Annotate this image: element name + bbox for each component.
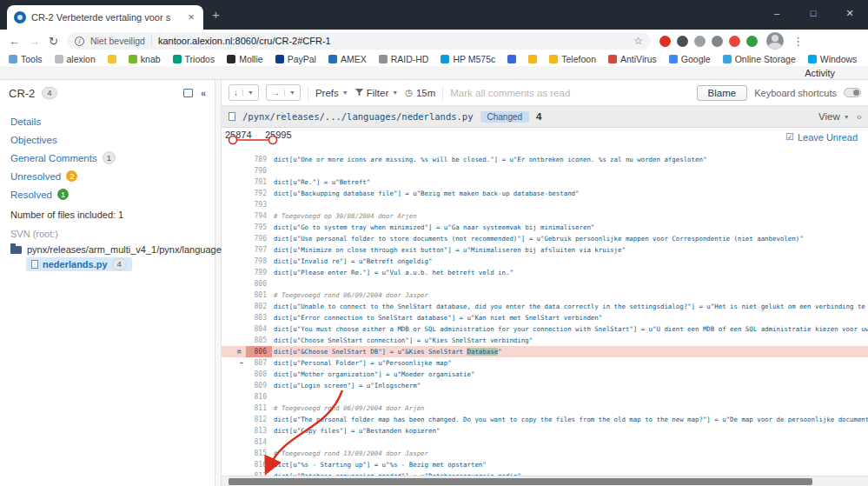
activity-link[interactable]: Activity [805,68,835,78]
revision-from[interactable]: 25874 [225,130,252,140]
diff-line[interactable]: 802dict[u"Unable to connect to the SnelS… [222,301,868,312]
timer-button[interactable]: ◷ 15m [405,88,435,98]
mark-all-read-button[interactable]: Mark all comments as read [450,88,570,98]
diff-line[interactable]: 805dict[u"Choose SnelStart connection"] … [222,335,868,346]
bookmark-star-icon[interactable]: ☆ [633,35,643,47]
file-path[interactable]: /pynx/releases/.../languages/nederlands.… [242,111,474,122]
new-tab-button[interactable]: + [212,7,220,22]
chevron-down-icon[interactable]: ▼ [242,90,258,96]
tab-close-icon[interactable]: ✕ [186,11,196,23]
diff-line[interactable]: 791dict[u"Re."] = u"Betreft" [222,176,868,188]
diff-line[interactable]: 812dict[u"The personal folder map has be… [222,414,868,425]
extension-icon[interactable] [659,36,671,47]
chevron-down-icon[interactable]: ▼ [284,90,300,96]
bookmark-item[interactable]: Triodos [173,54,215,64]
reload-icon[interactable]: ↻ [49,35,58,48]
filter-button[interactable]: Filter ▼ [355,88,399,98]
tree-folder-row[interactable]: pynx/releases/arm_multi_v4_1/pynx/langua… [0,241,215,255]
diff-line[interactable]: 797dict[u"Minimize on close through exit… [222,244,868,256]
diff-line[interactable]: 790 [222,165,868,176]
diff-line[interactable]: 794# Toegevoegd op 30/08/2004 door Arjen [222,210,868,222]
extension-icon[interactable] [729,36,740,47]
bookmark-item[interactable]: alexion [55,54,96,64]
bookmark-item[interactable]: AntiVirus [608,54,657,64]
profile-avatar[interactable] [766,32,784,50]
back-icon[interactable]: ← [9,35,20,48]
diff-line[interactable]: 789dict[u"One or more icons are missing.… [222,154,868,165]
diff-line[interactable]: 795dict[u"Go to system tray when minimiz… [222,222,868,233]
diff-line[interactable]: 800 [222,278,868,290]
bookmark-item[interactable]: AMEX [328,54,367,64]
browser-menu-icon[interactable]: ⋮ [792,35,804,48]
revision-to[interactable]: 25995 [265,130,292,140]
bookmark-item[interactable]: HP M575c [441,54,495,64]
bookmark-item[interactable]: Mollie [227,54,262,64]
bookmark-item[interactable]: knab [129,54,161,64]
browser-tab[interactable]: CR-2 Verbeterde vertaling voor s ✕ [7,5,203,30]
blame-button[interactable]: Blame [697,85,748,101]
sidebar-link-resolved[interactable]: Resolved [10,190,52,200]
keyboard-shortcuts-toggle[interactable] [844,88,861,97]
info-icon[interactable]: i [75,37,84,46]
bookmark-item[interactable]: RAID-HD [379,54,429,64]
diff-code-area[interactable]: 789dict[u"One or more icons are missing.… [222,150,868,476]
diff-line[interactable]: 803dict[u"Error connection to SnelStart … [222,312,868,323]
bookmark-item[interactable]: Google [669,54,711,64]
sidebar-link-general-comments[interactable]: General Comments [10,153,97,163]
comment-marker-icon[interactable]: « [235,350,245,355]
bookmark-item[interactable] [528,55,537,63]
window-maximize-button[interactable]: □ [795,0,832,26]
sidebar-resize-handle[interactable] [215,80,222,486]
diff-line[interactable]: 815# Toegevoegd rond 13/09/2004 door Jas… [222,448,868,459]
bookmark-label: HP M575c [453,54,495,64]
address-bar[interactable]: i Niet beveiligd kantoor.alexion.nl:8060… [67,32,651,50]
sidebar-link-objectives[interactable]: Objectives [10,135,57,145]
window-minimize-button[interactable]: – [759,0,795,26]
diff-line[interactable]: «806dict[u"&Choose SnelStart DB"] = u"&K… [222,346,868,357]
view-menu-button[interactable]: View ▼ [818,111,850,122]
bookmark-item[interactable]: PayPal [275,54,316,64]
sidebar-link-details[interactable]: Details [10,117,41,127]
window-close-button[interactable]: ✕ [832,0,868,26]
diff-line[interactable]: 808dict[u"Mother organization"] = u"Moed… [222,369,868,380]
diff-line[interactable]: 804dict[u"You must choose either a MDB o… [222,323,868,335]
next-file-button[interactable]: → ▼ [266,84,301,101]
diff-line[interactable]: 793 [222,199,868,210]
url-text[interactable]: kantoor.alexion.nl:8060/cru/CR-2#CFR-1 [158,36,627,46]
diff-line[interactable]: 792dict[u"Backupping database file"] = u… [222,188,868,199]
prefs-button[interactable]: Prefs ▼ [315,88,348,98]
bookmark-item[interactable] [507,55,516,63]
diff-line[interactable]: 810 [222,391,868,403]
sidebar-link-unresolved[interactable]: Unresolved [10,171,61,182]
source-view-icon[interactable]: ‹› [857,111,861,122]
diff-line[interactable]: 814 [222,436,868,448]
diff-line[interactable]: 816dict[u"%s - Starting up"] = u"%s - Be… [222,459,868,470]
diff-line[interactable]: 809dict[u"Login screen"] = u"Inlogscherm… [222,380,868,391]
diff-line[interactable]: ‹807dict[u"Personal Folder"] = u"Persoon… [222,357,868,369]
extension-icon[interactable] [677,36,688,47]
extension-icon[interactable] [694,36,706,47]
next-comment-button[interactable]: ↓ ▼ [229,84,259,101]
extension-icon[interactable] [712,36,723,47]
forward-icon[interactable]: → [29,35,40,48]
leave-unread-checkbox[interactable]: ☑ Leave Unread [785,131,858,143]
bookmark-item[interactable]: Windows [808,54,858,64]
diff-line[interactable]: 798dict[u"Invalid re"] = u"Betreft ongel… [222,256,868,267]
tree-file-row-selected[interactable]: nederlands.py 4 [26,257,132,271]
horizontal-scrollbar[interactable] [222,476,868,486]
collapse-sidebar-icon[interactable]: « [201,89,206,97]
diff-line[interactable]: 811# Toegevoegd rond 06/09/2004 door Arj… [222,403,868,414]
diff-line[interactable]: 799dict[u"Please enter Re."] = u"Vul a.u… [222,267,868,278]
comment-marker-icon[interactable]: ‹ [236,362,246,364]
security-label[interactable]: Niet beveiligd [90,36,145,46]
open-in-new-window-icon[interactable] [183,89,193,97]
diff-line[interactable]: 801# Toegevoegd rond 06/09/2004 door Jas… [222,290,868,301]
bookmark-item[interactable]: Online Storage [723,54,796,64]
extension-icon[interactable] [746,36,758,47]
diff-line[interactable]: 796dict[u"Use personal folder to store d… [222,233,868,244]
bookmark-item[interactable] [108,55,116,63]
bookmark-item[interactable]: Tools [9,54,43,64]
bookmark-item[interactable]: Telefoon [549,54,596,64]
diff-line[interactable]: 813dict[u"Copy files"] = u"Bestanden kop… [222,425,868,436]
scrollbar-thumb[interactable] [229,478,812,485]
